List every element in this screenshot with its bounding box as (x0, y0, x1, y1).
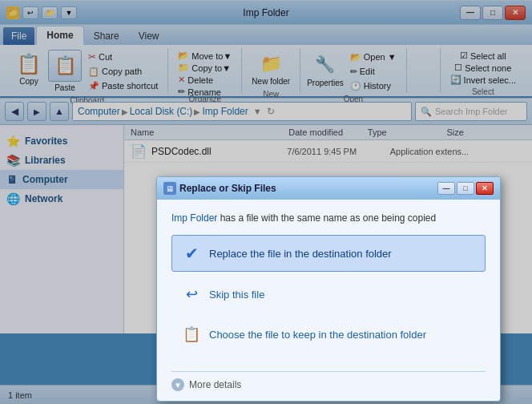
dialog-maximize-button[interactable]: □ (457, 182, 474, 195)
dialog-subtitle: Imp Folder has a file with the same name… (171, 212, 486, 224)
dialog-title: Replace or Skip Files (179, 183, 437, 194)
dialog-close-button[interactable]: ✕ (476, 182, 494, 195)
more-details-label: More details (189, 379, 241, 390)
dialog-body: Imp Folder has a file with the same name… (157, 200, 500, 366)
choose-icon: 📋 (182, 325, 201, 343)
dialog-minimize-button[interactable]: — (437, 182, 455, 195)
dialog-footer: ▼ More details (157, 366, 500, 401)
dialog-controls: — □ ✕ (437, 182, 494, 195)
dialog-icon: 🖥 (163, 182, 176, 195)
replace-option[interactable]: ✔ Replace the file in the destination fo… (171, 235, 486, 272)
skip-icon: ↩ (182, 285, 201, 303)
dialog-overlay[interactable]: 🖥 Replace or Skip Files — □ ✕ Imp Folder… (0, 0, 532, 404)
choose-option[interactable]: 📋 Choose the file to keep in the destina… (171, 317, 486, 352)
dialog-subtitle-text: has a file with the same name as one bei… (217, 212, 436, 224)
choose-label: Choose the file to keep in the destinati… (209, 329, 426, 341)
more-details-button[interactable]: ▼ More details (171, 371, 486, 391)
replace-label: Replace the file in the destination fold… (209, 248, 392, 260)
replace-skip-dialog: 🖥 Replace or Skip Files — □ ✕ Imp Folder… (156, 176, 501, 402)
dialog-titlebar: 🖥 Replace or Skip Files — □ ✕ (157, 177, 500, 200)
chevron-down-icon: ▼ (171, 378, 184, 391)
skip-option[interactable]: ↩ Skip this file (171, 277, 486, 312)
replace-icon: ✔ (182, 244, 201, 263)
dialog-subtitle-link: Imp Folder (171, 212, 217, 224)
skip-label: Skip this file (209, 289, 264, 301)
